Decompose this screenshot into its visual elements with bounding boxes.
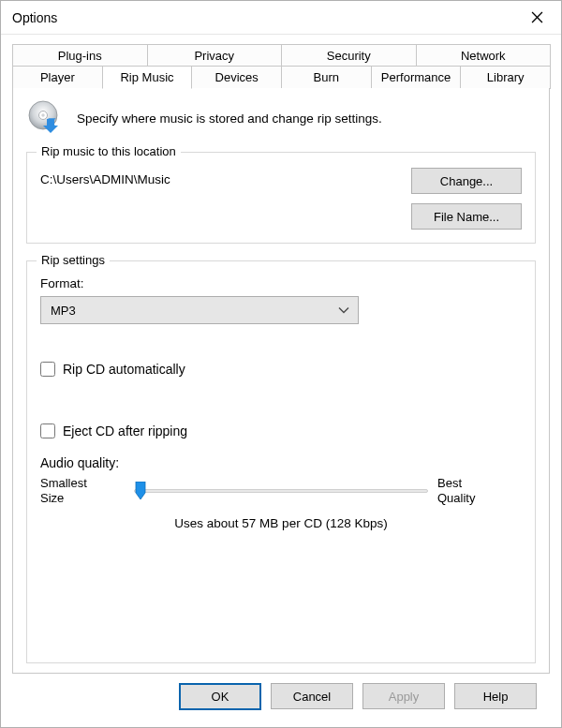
eject-row[interactable]: Eject CD after ripping <box>40 423 522 438</box>
format-select[interactable]: MP3 <box>40 296 359 324</box>
slider-max-label: Best Quality <box>437 476 522 507</box>
close-button[interactable] <box>518 1 555 34</box>
tab-library[interactable]: Library <box>460 66 551 89</box>
header-description: Specify where music is stored and change… <box>77 111 382 126</box>
eject-label: Eject CD after ripping <box>63 423 187 438</box>
tab-performance[interactable]: Performance <box>371 66 462 89</box>
rip-auto-checkbox[interactable] <box>40 362 55 377</box>
cd-rip-icon <box>26 99 64 137</box>
rip-auto-row[interactable]: Rip CD automatically <box>40 362 522 377</box>
cancel-button[interactable]: Cancel <box>271 683 353 709</box>
help-button[interactable]: Help <box>454 683 537 709</box>
svg-point-4 <box>41 113 44 116</box>
group-rip-settings: Rip settings Format: MP3 Rip CD automati… <box>26 260 536 663</box>
change-location-button[interactable]: Change... <box>411 168 522 194</box>
dialog-button-bar: OK Cancel Apply Help <box>12 674 550 721</box>
tab-rip-music[interactable]: Rip Music <box>102 66 193 89</box>
tab-network[interactable]: Network <box>416 44 552 67</box>
titlebar: Options <box>1 1 561 35</box>
apply-button[interactable]: Apply <box>362 683 445 709</box>
options-dialog: Options Plug-ins Privacy Security Networ… <box>0 0 562 728</box>
rip-location-path: C:\Users\ADMIN\Music <box>40 168 402 186</box>
tab-privacy[interactable]: Privacy <box>147 44 283 67</box>
tab-plugins[interactable]: Plug-ins <box>12 44 148 67</box>
tab-strip: Plug-ins Privacy Security Network Player… <box>12 44 550 89</box>
format-label: Format: <box>40 276 522 290</box>
group-rip-location: Rip music to this location C:\Users\ADMI… <box>26 152 536 244</box>
tab-player[interactable]: Player <box>12 66 103 89</box>
audio-quality-label: Audio quality: <box>40 455 522 470</box>
file-name-button[interactable]: File Name... <box>411 203 522 230</box>
ok-button[interactable]: OK <box>179 683 261 710</box>
group-rip-location-legend: Rip music to this location <box>37 144 181 158</box>
slider-min-label: Smallest Size <box>40 476 125 507</box>
rip-auto-label: Rip CD automatically <box>63 362 185 377</box>
tab-devices[interactable]: Devices <box>191 66 282 89</box>
dialog-body: Plug-ins Privacy Security Network Player… <box>1 35 561 727</box>
group-rip-settings-legend: Rip settings <box>37 253 110 267</box>
quality-slider[interactable] <box>134 480 428 502</box>
quality-usage-text: Uses about 57 MB per CD (128 Kbps) <box>40 516 522 530</box>
tab-panel-rip-music: Specify where music is stored and change… <box>12 88 550 674</box>
eject-checkbox[interactable] <box>40 423 55 438</box>
tab-security[interactable]: Security <box>281 44 417 67</box>
close-icon <box>531 11 543 23</box>
tab-burn[interactable]: Burn <box>281 66 372 89</box>
slider-thumb-icon[interactable] <box>134 482 147 500</box>
window-title: Options <box>12 10 518 25</box>
